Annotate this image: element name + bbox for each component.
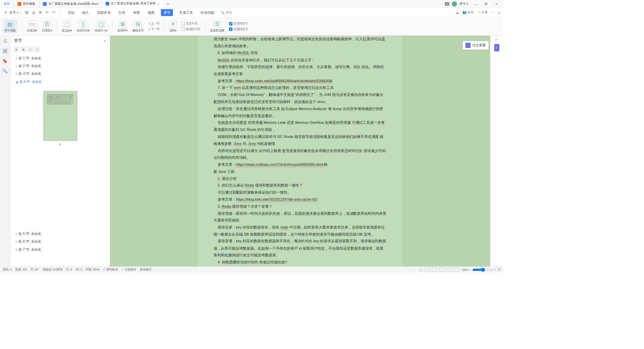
collab-button[interactable]: 👥 协作	[463, 10, 474, 14]
tool-2[interactable]: ▣	[21, 47, 26, 52]
header-footer-button[interactable]: ☰页眉和页脚	[210, 20, 224, 33]
text: 参考文章：https://blog.kido.site/2018/12/07/d…	[214, 196, 387, 203]
section-item[interactable]: 第 5 节: 未命名	[10, 230, 110, 238]
zoom-in-icon[interactable]: +	[494, 268, 496, 271]
plagiarism-check-button[interactable]: 论文查重	[463, 41, 489, 50]
view-mode-3[interactable]	[439, 267, 444, 272]
toc-page-button[interactable]: ☰目录页▾	[42, 20, 52, 33]
expand-icon[interactable]: ⇤	[495, 38, 498, 42]
tab-doc1[interactable]: 大厂真题之蚂蚁金服-Java高级.docx	[39, 0, 102, 8]
view-mode-2[interactable]	[432, 267, 437, 272]
margin-button[interactable]: ⬚页边距▾	[62, 20, 72, 33]
ribbon-tab-review[interactable]: 审阅	[131, 9, 142, 16]
cover-page-button[interactable]: ▭封面页▾	[27, 20, 37, 33]
outline-icon[interactable]: ☰	[2, 38, 8, 44]
zoom-level[interactable]: 120%	[461, 268, 469, 271]
compat-mode: 兼容模式	[140, 268, 151, 272]
same-header-check[interactable]: 页眉同前节	[229, 21, 248, 26]
undo-icon[interactable]: ↶	[44, 10, 50, 15]
prev-section-button[interactable]: ◃ 上一节	[149, 21, 160, 26]
line: 行: 9	[66, 268, 72, 272]
word-count[interactable]: 字数: 3649	[86, 268, 99, 272]
zoom-out-icon[interactable]: −	[470, 268, 471, 271]
ribbon-tab-section[interactable]: 章节	[161, 9, 173, 16]
sidebar-close-icon[interactable]: ×	[104, 38, 106, 43]
cloud-icon[interactable]: ☁	[456, 11, 459, 14]
page-number-button[interactable]: #页码▾	[169, 20, 177, 33]
ribbon-tab-view[interactable]: 视图	[146, 9, 156, 16]
tab-add[interactable]: +	[164, 1, 172, 6]
close-icon[interactable]: ×	[158, 1, 160, 6]
spell-check[interactable]: ✓ 拼写检查	[103, 268, 118, 272]
notification-badge[interactable]: 2	[445, 2, 449, 6]
position: 设置值: 6.9厘米	[43, 268, 63, 272]
section-item[interactable]: 第 1 节: 未命名	[10, 54, 110, 62]
section-item[interactable]: 第 3 节: 未命名	[10, 70, 110, 78]
tab-home[interactable]: 首页	[0, 0, 14, 8]
fullscreen-icon[interactable]: ⛶	[420, 268, 423, 271]
text: 3. Redis 缓存雪崩？击穿？穿透？	[214, 203, 387, 210]
proofread[interactable]: ✓ 文档校对	[121, 268, 136, 272]
ribbon-tab-special[interactable]: 特色功能	[199, 9, 216, 16]
share-button[interactable]: ↗ 分享	[477, 10, 488, 14]
redo-icon[interactable]: ↷	[51, 10, 57, 15]
next-section-button[interactable]: ▹ 下一节	[149, 27, 160, 31]
del-icon: ⊟	[135, 20, 142, 28]
different-first-check[interactable]: 首页不同	[181, 21, 200, 26]
tool-1[interactable]: ◧	[14, 47, 19, 52]
file-menu[interactable]: 文件	[9, 10, 16, 14]
page-thumbnail[interactable]: 因为发生hash冲突的时候 会在链表上新增节点 但链表过长会影响检索效率 引入红…	[43, 91, 77, 141]
view-mode-5[interactable]	[454, 267, 459, 272]
tool-3[interactable]: ⊞	[28, 47, 33, 52]
word-icon	[106, 2, 109, 5]
tab-doc2[interactable]: 大厂真题之蚂蚁金服-资深工程师×	[102, 0, 164, 8]
minimize-icon[interactable]: —	[472, 2, 479, 6]
paper-size-button[interactable]: ▢纸张大小▾	[95, 20, 108, 33]
menu-icon[interactable]: ≡	[3, 10, 8, 15]
fit-icon[interactable]: ⊡	[498, 268, 500, 271]
section-item-active[interactable]: 第 4 节: 未命名	[10, 78, 110, 86]
preview-icon[interactable]: 👁	[38, 10, 43, 15]
zoom-slider[interactable]	[472, 267, 493, 272]
sections-icon[interactable]: ▤	[2, 48, 8, 54]
ribbon-tab-dev[interactable]: 开发工具	[178, 9, 195, 16]
section-info[interactable]: 节: 6/7	[30, 268, 39, 272]
collapse-ribbon-icon[interactable]: ∧	[498, 11, 500, 14]
section-nav-button[interactable]: ▤章节导航	[3, 19, 17, 33]
section-item[interactable]: 第 2 节: 未命名	[10, 62, 110, 70]
ribbon-tab-insert[interactable]: 插入	[81, 9, 91, 16]
leftbar: ☰ ▤ 🔖 🔍	[0, 36, 10, 266]
check-icon	[466, 43, 471, 48]
tab-templates[interactable]: 稻壳模板	[14, 0, 39, 8]
view-mode-1[interactable]	[425, 267, 430, 272]
ribbon-tab-ref[interactable]: 引用	[117, 9, 127, 16]
orientation-button[interactable]: ▯纸张方向▾	[77, 20, 90, 33]
text: 2. 你们怎么保证 Redis 缓存和数据库的数据一致性？	[214, 182, 387, 189]
more-icon[interactable]: ⋯	[491, 11, 494, 14]
close-window-icon[interactable]: ×	[493, 2, 500, 6]
find-icon[interactable]: 🔍	[2, 68, 8, 74]
new-section-button[interactable]: ⊞新增节▾	[117, 20, 127, 33]
delete-section-button[interactable]: ⊟删除本节	[132, 20, 144, 33]
tool-4[interactable]: ⊟	[35, 47, 39, 52]
text: 蚁 Java 三面	[214, 168, 387, 175]
page-number[interactable]: 页码: 4	[3, 268, 12, 272]
document-canvas[interactable]: 因为发生 hash 冲突的时候，会在链表上新增节点，但是链表过长的话会影响检索效…	[110, 36, 490, 266]
pages[interactable]: 页面: 4/5	[15, 268, 26, 272]
section-item[interactable]: 第 6 节: 未命名	[10, 238, 110, 246]
view-mode-4[interactable]	[446, 267, 452, 272]
different-odd-check[interactable]: 奇偶页不同	[181, 27, 200, 31]
plagiarism-icon[interactable]: ✓	[494, 44, 499, 51]
restore-icon[interactable]: ⧉	[482, 2, 490, 6]
ribbon-tab-layout[interactable]: 页面布局	[95, 9, 112, 16]
same-footer-check[interactable]: 页脚同前节	[229, 27, 248, 31]
sidebar: 章节 × ◧ ▣ ⊞ ⊟ 第 1 节: 未命名 第 2 节: 未命名 第 3 节…	[10, 36, 110, 266]
print-icon[interactable]: 🖨	[31, 10, 36, 15]
ribbon-tab-start[interactable]: 开始	[66, 9, 76, 16]
rightbar: ⇤ ✓	[490, 36, 503, 266]
bookmark-icon[interactable]: 🔖	[2, 58, 8, 64]
avatar[interactable]	[452, 1, 457, 7]
search-box[interactable]: 🔍查找	[221, 10, 232, 14]
section-item[interactable]: 第 7 节: 未命名	[10, 246, 110, 253]
save-icon[interactable]: 🖫	[24, 10, 30, 15]
